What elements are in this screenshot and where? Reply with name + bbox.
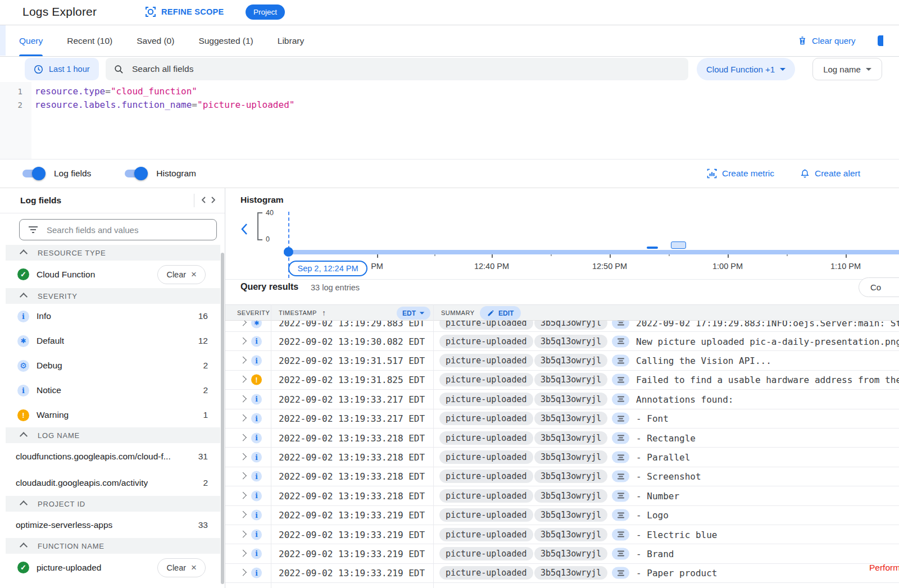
function-name-chip[interactable]: picture-uploaded bbox=[439, 431, 533, 445]
refine-scope-button[interactable]: REFINE SCOPE bbox=[145, 6, 224, 17]
log-row[interactable]: 2022-09-02 13:19:33.218 EDT picture-uplo… bbox=[225, 486, 899, 505]
function-name-chip[interactable]: picture-uploaded bbox=[439, 528, 533, 541]
expand-chevron-icon[interactable] bbox=[239, 376, 247, 383]
histogram-toggle[interactable] bbox=[125, 170, 146, 177]
expand-chevron-icon[interactable] bbox=[239, 414, 247, 422]
execution-id-chip[interactable]: 3b5q13owryjl bbox=[534, 335, 607, 348]
expand-chevron-icon[interactable] bbox=[239, 321, 247, 326]
fields-search-input[interactable] bbox=[46, 225, 208, 235]
search-all-fields[interactable] bbox=[106, 58, 688, 80]
log-row[interactable]: 2022-09-02 13:19:33.218 EDT picture-uplo… bbox=[225, 467, 899, 486]
function-name-chip[interactable]: picture-uploaded bbox=[439, 508, 533, 522]
function-name-chip[interactable]: picture-uploaded bbox=[439, 412, 533, 425]
log-fields-row[interactable]: Cloud Function Clear× bbox=[0, 261, 225, 288]
query-line[interactable]: 1 resource.type="cloud_function" bbox=[0, 85, 899, 98]
log-fields-row[interactable]: cloudaudit.googleapis.com/activity 2 bbox=[0, 470, 225, 496]
expand-chevron-icon[interactable] bbox=[239, 434, 247, 441]
execution-id-chip[interactable]: 3b5q13owryjl bbox=[534, 470, 607, 483]
log-fields-row[interactable]: PROJECT ID bbox=[6, 496, 220, 512]
execution-id-chip[interactable]: 3b5q13owryjl bbox=[534, 528, 607, 541]
timeline-selection-label[interactable]: Sep 2, 12:24 PM bbox=[288, 261, 367, 276]
collapse-chevron-icon[interactable] bbox=[20, 249, 28, 257]
clipped-action-button[interactable] bbox=[878, 35, 883, 46]
log-row[interactable]: 2022-09-02 13:19:33.217 EDT picture-uplo… bbox=[225, 390, 899, 409]
log-row[interactable]: 2022-09-02 13:19:33.219 EDT picture-uplo… bbox=[225, 506, 899, 525]
expand-chevron-icon[interactable] bbox=[239, 550, 247, 557]
log-fields-row[interactable]: optimize-serverless-apps 33 bbox=[0, 512, 225, 538]
log-row[interactable]: 2022-09-02 13:19:31.825 EDT picture-uplo… bbox=[225, 371, 899, 390]
log-row[interactable]: 2022-09-02 13:19:29.883 EDT picture-uplo… bbox=[225, 321, 899, 332]
timeline-bar[interactable] bbox=[284, 250, 899, 254]
search-all-fields-input[interactable] bbox=[131, 63, 680, 75]
sort-ascending-icon[interactable]: ↑ bbox=[322, 308, 326, 317]
function-name-chip[interactable]: picture-uploaded bbox=[439, 393, 533, 406]
expand-chevron-icon[interactable] bbox=[239, 530, 247, 537]
fields-search-box[interactable] bbox=[19, 219, 217, 240]
expand-chevron-icon[interactable] bbox=[239, 511, 247, 518]
log-fields-row[interactable]: Warning 1 bbox=[0, 403, 225, 427]
clear-filter-button[interactable]: Clear× bbox=[157, 558, 206, 577]
expand-chevron-icon[interactable] bbox=[239, 395, 247, 403]
tab[interactable]: Recent (10) bbox=[67, 25, 112, 56]
log-fields-toggle[interactable] bbox=[22, 170, 44, 177]
expand-chevron-icon[interactable] bbox=[239, 357, 247, 364]
clear-query-button[interactable]: Clear query bbox=[798, 25, 856, 56]
log-row[interactable]: 2022-09-02 13:19:33.219 EDT picture-uplo… bbox=[225, 544, 899, 563]
log-fields-row[interactable]: SEVERITY bbox=[6, 288, 220, 304]
expand-chevron-icon[interactable] bbox=[239, 337, 247, 344]
log-fields-row[interactable]: picture-uploaded Clear× bbox=[0, 554, 225, 581]
collapse-chevron-icon[interactable] bbox=[20, 432, 28, 440]
collapse-panel-icon[interactable] bbox=[200, 195, 217, 204]
execution-id-chip[interactable]: 3b5q13owryjl bbox=[534, 431, 607, 445]
execution-id-chip[interactable]: 3b5q13owryjl bbox=[534, 393, 607, 406]
log-fields-row[interactable]: Default 12 bbox=[0, 329, 225, 353]
expand-chevron-icon[interactable] bbox=[239, 453, 247, 461]
execution-id-chip[interactable]: 3b5q13owryjl bbox=[534, 412, 607, 425]
function-name-chip[interactable]: picture-uploaded bbox=[439, 547, 533, 560]
log-fields-row[interactable]: Debug 2 bbox=[0, 353, 225, 378]
log-fields-row[interactable]: RESOURCE TYPE bbox=[6, 245, 220, 261]
log-fields-row[interactable]: Notice 2 bbox=[0, 378, 225, 403]
clear-filter-button[interactable]: Clear× bbox=[157, 265, 206, 284]
clipped-corner-button[interactable]: Co bbox=[859, 277, 899, 297]
log-fields-row[interactable]: LOG NAME bbox=[6, 427, 220, 443]
log-fields-row[interactable]: Info 16 bbox=[0, 304, 225, 329]
execution-id-chip[interactable]: 3b5q13owryjl bbox=[534, 547, 607, 560]
collapse-chevron-icon[interactable] bbox=[20, 293, 28, 300]
execution-id-chip[interactable]: 3b5q13owryjl bbox=[534, 450, 607, 464]
tab[interactable]: Query bbox=[19, 25, 43, 56]
function-name-chip[interactable]: picture-uploaded bbox=[439, 335, 533, 348]
execution-id-chip[interactable]: 3b5q13owryjl bbox=[534, 489, 607, 503]
log-fields-row[interactable]: cloudfunctions.googleapis.com/cloud-f...… bbox=[0, 443, 225, 470]
log-row[interactable]: 2022-09-02 13:19:33.219 EDT picture-uplo… bbox=[225, 564, 899, 583]
function-name-chip[interactable]: picture-uploaded bbox=[439, 470, 533, 483]
expand-chevron-icon[interactable] bbox=[239, 569, 247, 576]
resource-filter-chip[interactable]: Cloud Function +1 bbox=[697, 58, 795, 80]
expand-chevron-icon[interactable] bbox=[239, 492, 247, 499]
query-line[interactable]: 2 resource.labels.function_name="picture… bbox=[0, 98, 899, 112]
function-name-chip[interactable]: picture-uploaded bbox=[439, 566, 533, 580]
log-name-dropdown[interactable]: Log name bbox=[812, 58, 882, 80]
log-fields-row[interactable]: FUNCTION NAME bbox=[6, 538, 220, 554]
execution-id-chip[interactable]: 3b5q13owryjl bbox=[534, 321, 607, 330]
log-row[interactable]: 2022-09-02 13:19:30.082 EDT picture-uplo… bbox=[225, 332, 899, 351]
function-name-chip[interactable]: picture-uploaded bbox=[439, 489, 533, 503]
tab[interactable]: Library bbox=[278, 25, 304, 56]
query-editor[interactable]: 1 resource.type="cloud_function" 2 resou… bbox=[0, 82, 899, 159]
log-row[interactable]: 2022-09-02 13:19:33.218 EDT picture-uplo… bbox=[225, 429, 899, 448]
execution-id-chip[interactable]: 3b5q13owryjl bbox=[534, 566, 607, 580]
time-range-chip[interactable]: Last 1 hour bbox=[25, 58, 99, 80]
function-name-chip[interactable]: picture-uploaded bbox=[439, 373, 533, 386]
execution-id-chip[interactable]: 3b5q13owryjl bbox=[534, 508, 607, 522]
collapse-chevron-icon[interactable] bbox=[20, 500, 28, 508]
scope-badge[interactable]: Project bbox=[246, 4, 285, 20]
execution-id-chip[interactable]: 3b5q13owryjl bbox=[534, 373, 607, 386]
edit-summary-button[interactable]: EDIT bbox=[480, 306, 521, 320]
log-row[interactable]: 2022-09-02 13:19:33.219 EDT picture-uplo… bbox=[225, 525, 899, 544]
timeline-handle[interactable] bbox=[284, 247, 293, 257]
create-metric-button[interactable]: Create metric bbox=[707, 168, 774, 179]
create-alert-button[interactable]: Create alert bbox=[800, 168, 860, 179]
tab[interactable]: Suggested (1) bbox=[198, 25, 253, 56]
sidebar-scrollbar[interactable] bbox=[221, 253, 224, 584]
function-name-chip[interactable]: picture-uploaded bbox=[439, 354, 533, 367]
